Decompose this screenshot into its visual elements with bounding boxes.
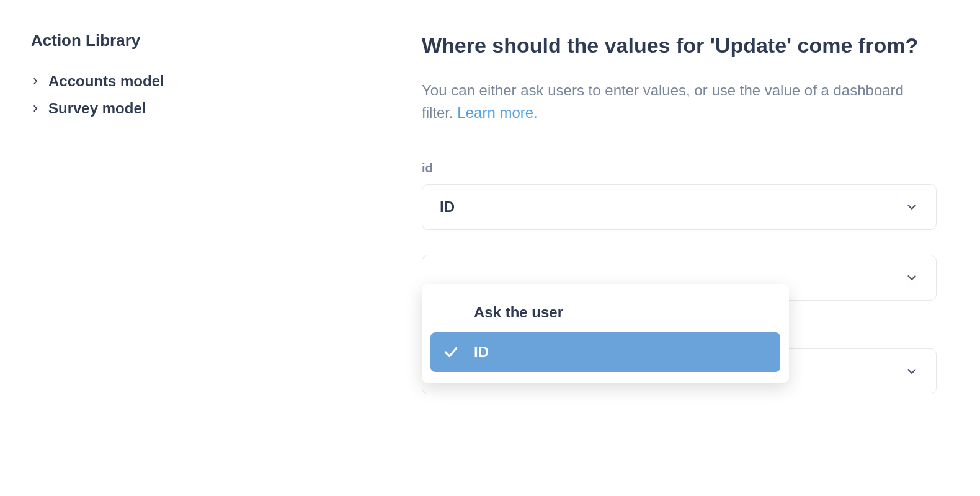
select-id[interactable]: ID bbox=[422, 184, 937, 230]
sidebar: Action Library Accounts model Survey mod… bbox=[0, 0, 378, 496]
sidebar-item-accounts-model[interactable]: Accounts model bbox=[31, 68, 347, 95]
page-description: You can either ask users to enter values… bbox=[422, 79, 937, 124]
chevron-down-icon bbox=[905, 271, 919, 285]
sidebar-item-label: Survey model bbox=[48, 100, 146, 117]
dropdown-option-label: ID bbox=[474, 343, 489, 361]
select-value: ID bbox=[440, 198, 455, 216]
dropdown-menu: Ask the user ID bbox=[422, 284, 789, 383]
field-label: id bbox=[422, 161, 937, 175]
main-panel: Where should the values for 'Update' com… bbox=[378, 0, 980, 496]
sidebar-title: Action Library bbox=[31, 31, 347, 50]
sidebar-item-label: Accounts model bbox=[48, 73, 164, 90]
chevron-right-icon bbox=[31, 104, 40, 113]
dropdown-option-ask-the-user[interactable]: Ask the user bbox=[430, 293, 780, 332]
check-icon bbox=[443, 344, 474, 360]
chevron-down-icon bbox=[905, 365, 919, 378]
dropdown-option-id[interactable]: ID bbox=[430, 332, 780, 372]
chevron-right-icon bbox=[31, 77, 40, 86]
dropdown-option-label: Ask the user bbox=[474, 304, 563, 321]
chevron-down-icon bbox=[905, 200, 919, 214]
page-title: Where should the values for 'Update' com… bbox=[422, 31, 937, 61]
sidebar-item-survey-model[interactable]: Survey model bbox=[31, 95, 347, 122]
field-group-id: id ID bbox=[422, 161, 937, 230]
learn-more-link[interactable]: Learn more. bbox=[457, 104, 537, 121]
